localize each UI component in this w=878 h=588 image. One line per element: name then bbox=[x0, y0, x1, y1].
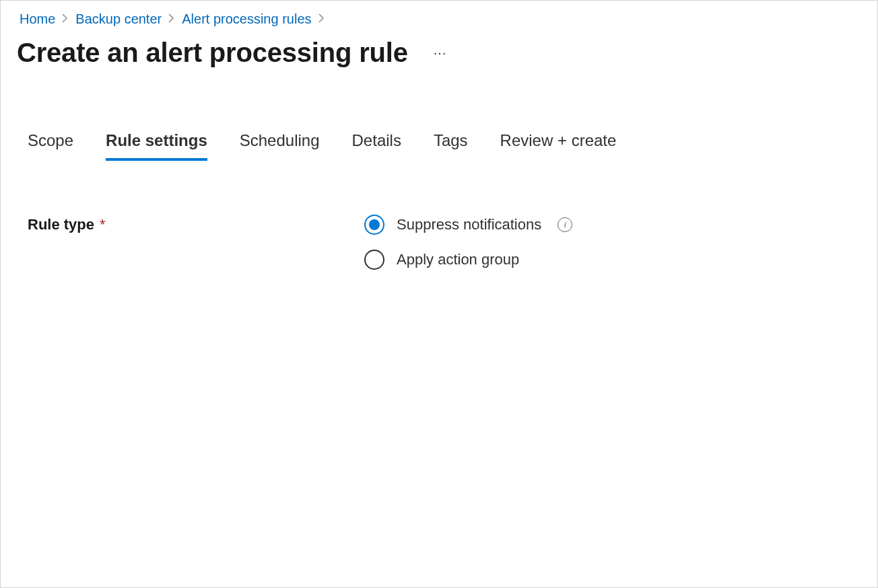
rule-type-label-col: Rule type * bbox=[28, 215, 364, 233]
rule-type-radios: Suppress notifications i Apply action gr… bbox=[364, 215, 572, 270]
radio-apply-action-group[interactable]: Apply action group bbox=[364, 250, 572, 270]
page-title: Create an alert processing rule bbox=[17, 38, 408, 68]
breadcrumb-link-backup-center[interactable]: Backup center bbox=[75, 11, 162, 27]
title-row: Create an alert processing rule ··· bbox=[1, 34, 877, 95]
tab-scope[interactable]: Scope bbox=[28, 131, 73, 161]
radio-button-icon bbox=[364, 215, 384, 235]
tab-tags[interactable]: Tags bbox=[434, 131, 468, 161]
radio-label: Apply action group bbox=[397, 251, 519, 268]
radio-label: Suppress notifications bbox=[397, 216, 541, 233]
rule-type-label: Rule type bbox=[28, 216, 94, 233]
info-icon[interactable]: i bbox=[558, 217, 572, 232]
more-button[interactable]: ··· bbox=[430, 41, 451, 65]
tab-details[interactable]: Details bbox=[352, 131, 401, 161]
required-marker: * bbox=[100, 216, 106, 233]
breadcrumb-link-alert-processing-rules[interactable]: Alert processing rules bbox=[182, 11, 311, 27]
breadcrumb-link-home[interactable]: Home bbox=[20, 11, 55, 27]
tab-scheduling[interactable]: Scheduling bbox=[240, 131, 320, 161]
radio-button-icon bbox=[364, 250, 384, 270]
rule-type-row: Rule type * Suppress notifications i App… bbox=[28, 215, 850, 270]
breadcrumb: Home Backup center Alert processing rule… bbox=[1, 9, 877, 34]
form-area: Rule type * Suppress notifications i App… bbox=[1, 161, 877, 270]
radio-dot-icon bbox=[369, 219, 380, 230]
radio-suppress-notifications[interactable]: Suppress notifications i bbox=[364, 215, 572, 235]
tab-review-create[interactable]: Review + create bbox=[500, 131, 617, 161]
chevron-right-icon bbox=[318, 12, 325, 26]
tabs: Scope Rule settings Scheduling Details T… bbox=[1, 95, 877, 161]
chevron-right-icon bbox=[62, 12, 69, 26]
chevron-right-icon bbox=[168, 12, 175, 26]
tab-rule-settings[interactable]: Rule settings bbox=[106, 131, 207, 161]
